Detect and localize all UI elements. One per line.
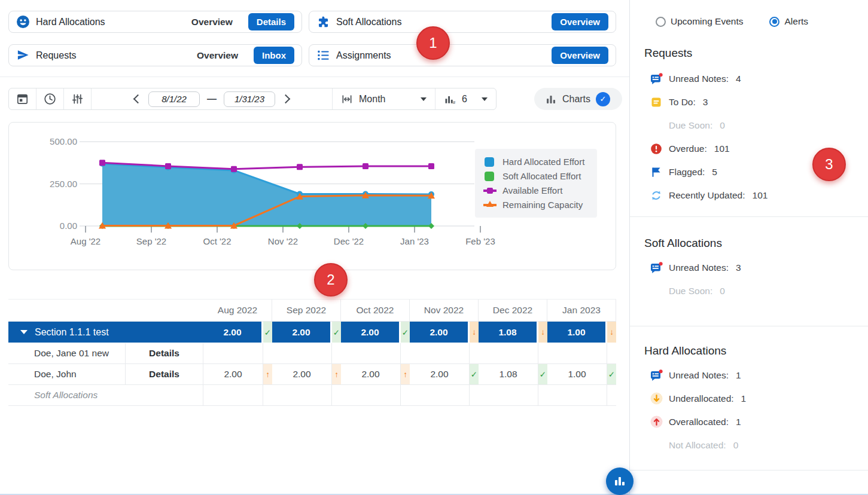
radio-alerts[interactable]: Alerts — [769, 16, 808, 27]
sidebar-alert-item[interactable]: Underallocated:1 — [630, 387, 868, 410]
value-cell[interactable] — [547, 385, 607, 406]
value-cell[interactable] — [479, 385, 538, 406]
period-count-select[interactable]: # 6 — [435, 88, 496, 109]
check-icon: ✓ — [596, 92, 610, 106]
prev-period-chevron-icon[interactable] — [133, 94, 143, 104]
collapse-caret-icon[interactable] — [20, 330, 28, 334]
value-cell[interactable]: 1.00 — [547, 364, 607, 385]
group-row-name[interactable]: Soft Allocations — [8, 385, 203, 406]
alert-count: 1 — [736, 417, 741, 427]
month-column-header: Jan 2023 — [547, 300, 616, 322]
header-divider — [0, 77, 629, 77]
sidebar-section-list: Unread Notes:3Due Soon:0 — [630, 256, 868, 302]
x-axis-tick-label: Oct '22 — [190, 236, 244, 246]
alert-label: Unread Notes: — [669, 262, 729, 273]
section-value-cell[interactable]: 2.00 — [203, 322, 263, 343]
value-cell[interactable]: 1.08 — [479, 364, 538, 385]
assignments-overview-button[interactable]: Overview — [552, 47, 608, 64]
granularity-select[interactable]: Month — [332, 88, 435, 109]
clock-icon[interactable] — [36, 88, 64, 109]
sidebar-alert-item[interactable]: Recently Updated:101 — [630, 184, 868, 207]
value-cell[interactable]: 2.00 — [272, 364, 332, 385]
chevron-down-icon — [482, 97, 488, 101]
alert-count: 101 — [753, 190, 768, 201]
radio-icon[interactable] — [656, 17, 666, 27]
allocation-status-icon — [401, 343, 410, 364]
value-cell[interactable]: 2.00 — [341, 364, 401, 385]
value-cell[interactable] — [272, 385, 332, 406]
section-value-cell[interactable]: 2.00 — [272, 322, 332, 343]
section-value-cell[interactable]: 1.00 — [547, 322, 607, 343]
charts-toggle[interactable]: Charts ✓ — [534, 88, 622, 110]
value-cell[interactable] — [341, 343, 401, 364]
requests-inbox-button[interactable]: Inbox — [254, 47, 294, 64]
section-value-cell[interactable]: 2.00 — [410, 322, 470, 343]
legend-item: Hard Allocated Effort — [483, 157, 591, 167]
person-name-cell[interactable]: Doe, John — [8, 364, 126, 385]
allocation-status-icon — [607, 322, 616, 343]
radio-selected-icon[interactable] — [769, 17, 779, 27]
sidebar-alert-item[interactable]: To Do:3 — [630, 90, 868, 114]
value-cell[interactable] — [479, 343, 538, 364]
radio-upcoming-events[interactable]: Upcoming Events — [656, 16, 743, 27]
value-cell[interactable] — [203, 343, 263, 364]
alert-count: 3 — [736, 262, 741, 273]
allocation-status-icon — [607, 343, 616, 364]
sidebar-alert-item[interactable]: Unread Notes:4 — [630, 67, 868, 90]
calendar-icon[interactable] — [9, 88, 36, 109]
value-cell[interactable] — [410, 343, 470, 364]
section-value-cell[interactable]: 1.08 — [479, 322, 538, 343]
section-value-cell[interactable]: 2.00 — [341, 322, 401, 343]
value-cell[interactable] — [272, 343, 332, 364]
alert-count: 101 — [714, 143, 730, 154]
soft-overview-button[interactable]: Overview — [552, 13, 608, 30]
value-cell[interactable] — [203, 385, 263, 406]
sidebar-alert-item[interactable]: Overallocated:1 — [630, 410, 868, 433]
filter-settings-icon[interactable] — [64, 88, 92, 109]
sidebar-alert-item[interactable]: Unread Notes:3 — [630, 256, 868, 279]
granularity-value: Month — [359, 94, 385, 105]
allocation-status-icon — [263, 364, 272, 385]
period-count-value: 6 — [462, 94, 467, 105]
sidebar-section-list: Unread Notes:4To Do:3Due Soon:0Overdue:1… — [630, 67, 868, 207]
alert-label: Unread Notes: — [669, 74, 729, 84]
view-toolbar: — Month # 6 — [8, 88, 497, 110]
month-column-header: Sep 2022 — [272, 300, 341, 322]
section-row-name[interactable]: Section 1.1.1 test — [8, 322, 203, 343]
requests-overview-link[interactable]: Overview — [197, 50, 238, 61]
details-button[interactable]: Details — [126, 364, 203, 385]
bar-count-icon: # — [444, 93, 456, 105]
alert-count: 1 — [736, 370, 741, 381]
sidebar-alert-item[interactable]: Unread Notes:1 — [630, 363, 868, 387]
date-from-input[interactable] — [148, 91, 200, 107]
date-to-input[interactable] — [224, 91, 275, 107]
alert-label: Due Soon: — [669, 286, 712, 297]
details-button[interactable]: Details — [126, 343, 203, 364]
person-name-cell[interactable]: Doe, Jane 01 new — [8, 343, 126, 364]
value-cell[interactable] — [547, 343, 607, 364]
value-cell[interactable] — [410, 385, 470, 406]
no-icon — [650, 120, 663, 132]
value-cell[interactable]: 2.00 — [203, 364, 263, 385]
legend-item: Remaining Capacity — [483, 200, 591, 210]
alert-label: Underallocated: — [669, 393, 734, 404]
alert-count: 5 — [712, 167, 717, 178]
no-icon — [650, 439, 663, 451]
allocation-status-icon — [401, 364, 410, 385]
alert-label: Unread Notes: — [669, 370, 729, 381]
svg-text:#: # — [453, 100, 456, 105]
allocation-status-icon — [470, 364, 479, 385]
chevron-down-icon — [421, 97, 427, 101]
allocation-status-icon — [607, 385, 616, 406]
bar-chart-icon — [613, 475, 626, 487]
value-cell[interactable]: 2.00 — [410, 364, 470, 385]
value-cell[interactable] — [341, 385, 401, 406]
charts-fab-button[interactable] — [606, 468, 634, 495]
next-period-chevron-icon[interactable] — [281, 94, 291, 104]
hard-overview-link[interactable]: Overview — [191, 17, 233, 28]
y-axis-tick-label: 250.00 — [31, 179, 77, 189]
allocation-status-icon — [332, 364, 341, 385]
x-axis-tick-label: Nov '22 — [256, 236, 310, 246]
hard-details-button[interactable]: Details — [248, 13, 294, 30]
card-title: Assignments — [336, 50, 391, 61]
